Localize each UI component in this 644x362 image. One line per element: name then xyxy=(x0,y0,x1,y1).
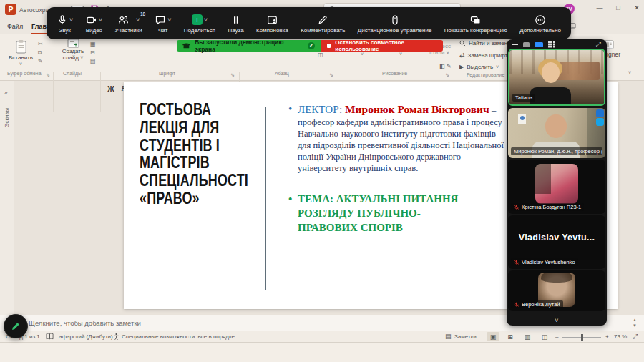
sound-button[interactable]: Звук xyxy=(57,14,73,34)
video-chevron-icon[interactable] xyxy=(99,16,102,24)
view-reading-button[interactable] xyxy=(521,332,534,341)
participant-tile-tatiana[interactable]: Tatiana xyxy=(508,49,605,106)
proofing-book-icon[interactable] xyxy=(46,333,54,340)
drawing-dialog-launcher[interactable] xyxy=(445,71,449,78)
call-icon xyxy=(182,42,190,49)
align-text-icon[interactable]: ◫ xyxy=(318,52,323,58)
window-minimize-button[interactable] xyxy=(591,0,608,16)
participant-name-label: Миронюк Роман, д.ю.н., професор (Д... xyxy=(511,147,602,155)
participant-avatar xyxy=(535,164,578,204)
sound-chevron-icon[interactable] xyxy=(69,16,73,24)
view-slideshow-button[interactable] xyxy=(538,332,551,341)
participant-name-label: Крістіна Боздуган П23-1 xyxy=(511,203,584,211)
accessibility-status[interactable]: Специальные возможности: все в порядке xyxy=(122,333,235,340)
remote-control-button[interactable]: Дистанционное управление xyxy=(358,14,432,34)
font-dialog-launcher[interactable] xyxy=(230,71,235,78)
shape-fill-icon[interactable]: ◧ xyxy=(439,63,445,69)
notes-toggle-icon[interactable] xyxy=(445,333,452,340)
format-painter-icon[interactable]: ✎ xyxy=(38,58,43,64)
paste-button[interactable]: Вставить xyxy=(6,39,36,67)
share-screen-button[interactable]: Поделиться xyxy=(184,14,215,34)
panel-scroll-down-button[interactable] xyxy=(507,313,607,326)
slide-layout-icon[interactable]: ▦ xyxy=(90,41,96,47)
select-chevron-icon xyxy=(496,63,499,70)
zoom-slider[interactable] xyxy=(562,337,601,338)
thumbnails-panel[interactable]: Эскизы xyxy=(0,81,14,315)
slide-title-textbox[interactable]: ГОСТЬОВА ЛЕКЦІЯ ДЛЯ СТУДЕНТІВ І МАГІСТРІ… xyxy=(140,101,235,207)
sharing-status-banner: Вы запустили демонстрацию экрана xyxy=(177,40,321,52)
view-gallery-grid-icon[interactable] xyxy=(548,41,555,48)
replace-icon: ⇄ xyxy=(459,52,465,59)
clipboard-group-label: Буфер обмена xyxy=(7,71,42,76)
chat-button[interactable]: Чат xyxy=(155,14,171,34)
stop-sharing-button[interactable]: Остановить совместное использование xyxy=(321,40,443,52)
accessibility-icon[interactable] xyxy=(113,333,119,341)
bold-button[interactable]: Ж xyxy=(106,84,116,93)
shape-outline-icon[interactable]: ✎ xyxy=(447,63,452,69)
copy-icon[interactable]: ⧉ xyxy=(38,49,42,57)
annotate-button[interactable]: Комментировать xyxy=(301,14,345,34)
annotation-fab-button[interactable] xyxy=(4,314,28,338)
view-speaker-icon[interactable] xyxy=(523,42,530,47)
replace-fonts-button[interactable]: ⇄ Замена шрифто xyxy=(459,52,511,59)
select-button[interactable]: ▶ Выделить xyxy=(459,63,499,70)
participant-tile-veronika[interactable]: Вероніка Лутай xyxy=(508,270,605,311)
view-strip-icon[interactable] xyxy=(535,42,543,47)
clipboard-dialog-launcher[interactable] xyxy=(46,71,50,78)
lecturer-label: ЛЕКТОР: xyxy=(298,104,345,115)
find-button[interactable]: Найти и замени xyxy=(459,40,511,47)
camera-icon xyxy=(86,14,97,26)
chat-chevron-icon[interactable] xyxy=(167,16,171,24)
video-button[interactable]: Видео xyxy=(86,14,102,34)
slide-body-textbox[interactable]: ЛЕКТОР: Миронюк Роман Вікторович – профе… xyxy=(288,102,504,235)
zoom-percent[interactable]: 73 % xyxy=(614,333,627,340)
scroll-up-icon[interactable]: ▲ xyxy=(633,318,637,322)
video-panel: Tatiana Миронюк Роман, д.ю.н., професор … xyxy=(507,39,607,326)
notes-placeholder: Щелкните, чтобы добавить заметки xyxy=(29,319,141,327)
pause-button[interactable]: Пауза xyxy=(228,14,243,34)
window-close-button[interactable] xyxy=(628,0,644,16)
paragraph-dialog-launcher[interactable] xyxy=(329,71,333,78)
new-slide-button[interactable]: Создать слайд xyxy=(57,39,89,61)
show-meeting-icon xyxy=(469,14,482,26)
participants-button[interactable]: 18 Участники xyxy=(114,14,142,34)
panel-minimize-icon[interactable] xyxy=(512,44,518,45)
thumbnails-panel-label: Эскизы xyxy=(4,108,10,127)
language-button[interactable]: афарский (Джибути) xyxy=(59,333,113,340)
notes-toggle-label[interactable]: Заметки xyxy=(454,333,477,340)
muted-mic-icon xyxy=(514,260,519,265)
new-slide-chevron-icon xyxy=(80,54,83,61)
paragraph-group-label: Абзац xyxy=(275,71,289,76)
scroll-down-icon[interactable]: ▼ xyxy=(633,323,637,328)
view-normal-button[interactable] xyxy=(487,332,499,341)
show-meeting-button[interactable]: Показать конференцию xyxy=(444,14,507,34)
section-icon[interactable]: ▤ xyxy=(90,58,96,64)
tab-file[interactable]: Файл xyxy=(7,23,23,30)
lecturer-name: Миронюк Роман Вікторович xyxy=(345,103,489,115)
zoom-in-button[interactable] xyxy=(605,333,609,340)
reset-slide-icon[interactable]: ⊟ xyxy=(90,49,95,56)
share-screen-icon xyxy=(192,14,203,25)
participant-tile-vladislav[interactable]: Vladislav Yevtu... Vladislav Yevtushenko xyxy=(508,215,605,269)
layout-button[interactable]: Компоновка xyxy=(256,14,288,34)
zoom-slider-knob[interactable] xyxy=(581,334,583,341)
participant-name-label: Вероніка Лутай xyxy=(511,300,563,308)
layout-icon xyxy=(266,14,278,26)
drawing-group-label: Рисование xyxy=(382,71,407,76)
zoom-out-button[interactable] xyxy=(555,333,558,340)
participants-chevron-icon[interactable] xyxy=(136,16,140,24)
stop-icon xyxy=(327,44,331,48)
participant-tile-kristina[interactable]: Крістіна Боздуган П23-1 xyxy=(508,160,605,214)
share-chevron-icon[interactable] xyxy=(204,16,208,24)
cut-icon[interactable]: ✂ xyxy=(38,41,43,47)
window-maximize-button[interactable] xyxy=(610,0,627,16)
font-group-label: Шрифт xyxy=(159,71,175,76)
green-pencil-icon xyxy=(10,321,21,332)
participant-tile-mironyuk[interactable]: Миронюк Роман, д.ю.н., професор (Д... xyxy=(508,108,605,158)
panel-expand-icon[interactable] xyxy=(596,41,601,49)
topic-bullet: ТЕМА: АКТУАЛЬНІ ПИТАННЯ РОЗГЛЯДУ ПУБЛІЧН… xyxy=(288,192,471,235)
more-button[interactable]: Дополнительно xyxy=(519,14,561,34)
fit-to-window-button[interactable] xyxy=(633,333,638,341)
collapse-ribbon-chevron-icon[interactable] xyxy=(628,69,631,76)
view-slide-sorter-button[interactable] xyxy=(504,332,517,341)
